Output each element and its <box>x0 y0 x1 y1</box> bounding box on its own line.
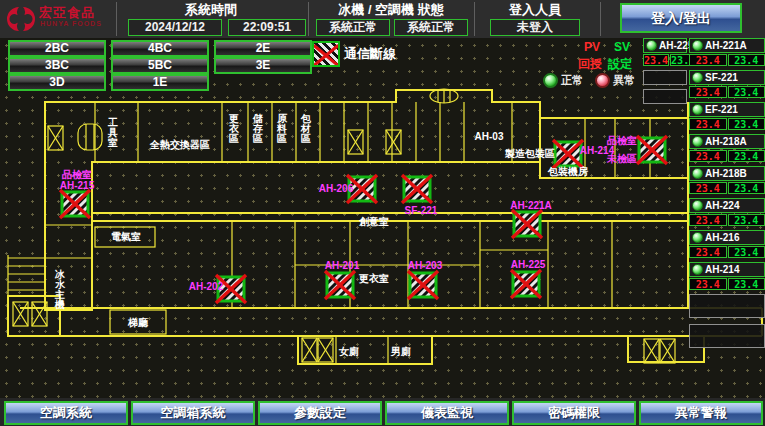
equipment-readout: 23.423.4 <box>689 118 765 130</box>
empty-slot <box>689 324 765 348</box>
bottom-nav-button-4[interactable]: 儀表監視 <box>385 401 509 425</box>
floor-button-3D[interactable]: 3D <box>8 74 106 91</box>
equipment-name: AH-214 <box>705 264 739 275</box>
comm-fail-icon <box>637 136 667 164</box>
ahu-status-value: 系統正常 <box>394 19 468 36</box>
comm-fail-icon <box>408 271 438 299</box>
equipment-readout: 23.423.4 <box>689 182 765 194</box>
floor-button-1E[interactable]: 1E <box>111 74 209 91</box>
equipment-readout: 23.423.4 <box>689 86 765 98</box>
bottom-nav-button-6[interactable]: 異常警報 <box>639 401 763 425</box>
equipment-readout: 23.423.4 <box>689 278 765 290</box>
bottom-nav-button-3[interactable]: 參數設定 <box>258 401 382 425</box>
pv-value: 23.4 <box>689 118 727 130</box>
bottom-nav-bar: 空調系統空調箱系統參數設定儀表監視密碼權限異常警報 <box>0 398 765 426</box>
machine-status-label: 冰機 / 空調機 狀態 <box>310 2 472 18</box>
floor-button-2BC[interactable]: 2BC <box>8 40 106 57</box>
floor-nav: 2BC4BC2E3BC5BC3E3D1E <box>0 40 312 94</box>
status-led-icon <box>692 40 703 51</box>
room-label: 包材區 <box>300 113 312 144</box>
floor-button-3BC[interactable]: 3BC <box>8 57 106 74</box>
comm-fail-icon <box>60 190 90 218</box>
equipment-name: AH-224 <box>705 200 739 211</box>
pv-value: 23.4 <box>643 54 669 66</box>
room-label: AH-201 <box>325 260 360 271</box>
pv-value: 23.4 <box>689 86 727 98</box>
sv-value: 23.4 <box>728 182 765 194</box>
room-label: 更衣區 <box>228 113 240 144</box>
comm-fail-icon <box>325 271 355 299</box>
floor-button-5BC[interactable]: 5BC <box>111 57 209 74</box>
equipment-name: SF-221 <box>705 72 738 83</box>
room-label: 製造包裝區 <box>504 148 555 159</box>
room-label: 男廁 <box>390 346 411 357</box>
floor-button-4BC[interactable]: 4BC <box>111 40 209 57</box>
empty-slot <box>643 70 687 85</box>
equipment-name: AH-216 <box>705 232 739 243</box>
pv-value: 23.4 <box>689 214 727 226</box>
top-status-bar: 宏亞食品 HUNYA FOODS 系統時間 2024/12/12 22:09:5… <box>0 0 765 38</box>
room-label: 全熱交換器區 <box>149 139 210 150</box>
login-user-value: 未登入 <box>490 19 580 36</box>
pv-column-label: PV <box>584 40 600 54</box>
sv-column-label: SV <box>614 40 630 54</box>
equipment-unit-AH-224[interactable]: AH-224 <box>689 198 765 213</box>
bottom-nav-button-5[interactable]: 密碼權限 <box>512 401 636 425</box>
equipment-unit-AH-216[interactable]: AH-216 <box>689 230 765 245</box>
room-label: 梯廳 <box>127 317 149 328</box>
sv-value: 23.4 <box>728 246 765 258</box>
equipment-readout: 23.423.4 <box>643 54 687 66</box>
room-label: 電氣室 <box>111 231 141 242</box>
equipment-name: AH-218A <box>705 136 747 147</box>
room-label: 品檢室 <box>607 135 637 146</box>
abnormal-legend: 異常 <box>595 73 635 88</box>
sv-value: 23.4 <box>728 214 765 226</box>
comm-fail-icon <box>312 41 340 67</box>
normal-led-icon <box>543 73 558 88</box>
equipment-unit-AH-218A[interactable]: AH-218A <box>689 134 765 149</box>
equipment-unit-AH-221A[interactable]: AH-221A <box>689 38 765 53</box>
room-label: AH-202 <box>189 281 224 292</box>
status-led-icon <box>692 104 703 115</box>
floor-button-2E[interactable]: 2E <box>214 40 312 57</box>
room-label: SF-221 <box>405 205 438 216</box>
room-label: 品檢室 <box>62 169 92 180</box>
plan-room-labels: 工具室全熱交換器區更衣區儲存區原料區包材區AH-03製造包裝區包裝機房創意室電氣… <box>54 113 637 357</box>
feedback-label: 回授 <box>578 56 602 73</box>
status-led-icon <box>692 72 703 83</box>
login-user-label: 登入人員 <box>476 2 594 18</box>
comm-fail-icon <box>402 175 432 203</box>
equipment-unit-AH-218B[interactable]: AH-218B <box>689 166 765 181</box>
room-label: 原料區 <box>276 113 288 144</box>
equipment-unit-AH-214[interactable]: AH-214 <box>689 262 765 277</box>
pv-value: 23.4 <box>689 182 727 194</box>
system-clock-value: 22:09:51 <box>228 19 306 36</box>
equipment-unit-AH-225[interactable]: AH-225 <box>643 38 687 53</box>
divider <box>474 2 475 36</box>
sv-value: 23.4 <box>728 150 765 162</box>
login-logout-button[interactable]: 登入/登出 <box>620 3 742 33</box>
room-label: AH-203 <box>408 260 443 271</box>
normal-legend: 正常 <box>543 73 583 88</box>
equipment-readout: 23.423.4 <box>689 150 765 162</box>
pv-value: 23.4 <box>689 278 727 290</box>
equipment-name: AH-221A <box>705 40 747 51</box>
room-label: 工具室 <box>107 117 118 148</box>
abnormal-led-icon <box>595 73 610 88</box>
pv-value: 23.4 <box>689 54 727 66</box>
floor-button-3E[interactable]: 3E <box>214 57 312 74</box>
bottom-nav-button-2[interactable]: 空調箱系統 <box>131 401 255 425</box>
equipment-unit-EF-221[interactable]: EF-221 <box>689 102 765 117</box>
bottom-nav-button-1[interactable]: 空調系統 <box>4 401 128 425</box>
room-label: AH-03 <box>475 131 504 142</box>
room-label: AH-225 <box>511 259 546 270</box>
room-label: 創意室 <box>358 216 389 227</box>
room-label: 包裝機房 <box>547 166 588 177</box>
company-logo: 宏亞食品 HUNYA FOODS <box>3 1 113 37</box>
divider <box>600 2 601 36</box>
equipment-unit-SF-221[interactable]: SF-221 <box>689 70 765 85</box>
comm-fail-icon <box>512 210 542 238</box>
empty-slot <box>689 294 765 318</box>
room-label: AH-206 <box>319 183 354 194</box>
comm-fail-legend-label: 通信斷線 <box>344 45 396 63</box>
